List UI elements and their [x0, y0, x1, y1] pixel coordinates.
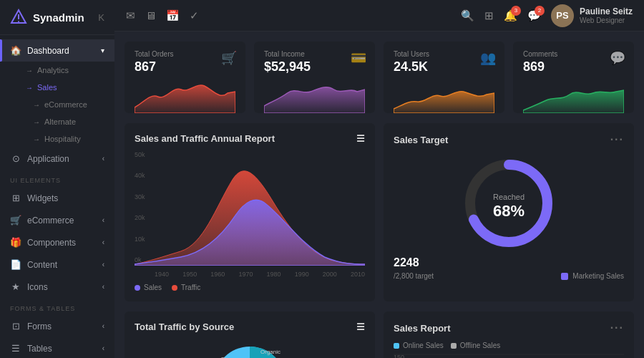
sidebar: Synadmin K 🏠 Dashboard ▾ Analytics Sales… [0, 0, 114, 358]
svg-text:68%: 68% [493, 202, 525, 220]
user-info[interactable]: PS Pauline Seitz Web Designer [551, 4, 633, 27]
svg-point-2 [18, 21, 19, 22]
home-icon: 🏠 [10, 45, 21, 56]
chevron-down-icon: ▾ [101, 47, 104, 54]
sidebar-item-label: Icons [27, 282, 48, 292]
more-options-button[interactable]: ··· [610, 321, 624, 334]
annual-report-title: Sales and Traffic Annual Report ☰ [135, 133, 365, 144]
offline-sales-dot [451, 343, 457, 349]
orders-icon: 🛒 [221, 50, 237, 66]
check-icon[interactable]: ✓ [190, 9, 199, 22]
stat-label: Total Users [394, 50, 494, 58]
sales-report-title: Sales Report ··· [394, 321, 624, 334]
sales-report-legend: Online Sales Offline Sales [394, 342, 624, 349]
legend-sales: Sales [135, 284, 162, 291]
income-icon: 💳 [351, 50, 366, 66]
sidebar-item-tables[interactable]: ☰ Tables ‹ [0, 337, 114, 358]
menu-icon[interactable]: ☰ [356, 321, 365, 332]
stat-label: Total Orders [135, 50, 235, 58]
sidebar-item-label: eCommerce [27, 216, 74, 226]
donut-chart-wrap: Reached 68% [394, 153, 624, 253]
x-axis-labels: 19401950196019701980199020002010 [135, 268, 365, 278]
stat-card-comments: Comments 869 💬 [513, 42, 634, 113]
stat-label: Comments [523, 50, 624, 58]
stat-cards: Total Orders 867 🛒 Total Income $52,945 … [125, 42, 634, 113]
sidebar-item-ecommerce[interactable]: 🛒 eCommerce ‹ [0, 209, 114, 231]
user-role: Web Designer [580, 16, 633, 24]
topbar-nav-icons: ✉ 🖥 📅 ✓ [126, 9, 199, 22]
collapse-button[interactable]: K [98, 12, 104, 23]
widgets-icon: ⊞ [10, 193, 21, 203]
sidebar-item-widgets[interactable]: ⊞ Widgets [0, 187, 114, 209]
sidebar-item-ecommerce-sub[interactable]: eCommerce [0, 96, 114, 113]
menu-icon[interactable]: ☰ [356, 133, 365, 144]
sidebar-item-components[interactable]: 🎁 Components ‹ [0, 231, 114, 253]
notifications-badge: 3 [511, 6, 521, 16]
sidebar-item-label: Widgets [27, 193, 58, 203]
sidebar-item-application[interactable]: ⊙ Application ‹ [0, 147, 114, 170]
ecommerce-icon: 🛒 [10, 215, 21, 226]
search-icon[interactable]: 🔍 [461, 9, 474, 22]
legend-traffic: Traffic [172, 284, 200, 291]
sales-target-legend: Marketing Sales [561, 269, 624, 280]
users-icon: 👥 [480, 50, 496, 66]
stat-card-orders: Total Orders 867 🛒 [125, 42, 245, 113]
tables-icon: ☰ [10, 343, 21, 354]
calendar-icon[interactable]: 📅 [166, 9, 180, 22]
sidebar-item-analytics[interactable]: Analytics [0, 62, 114, 79]
messages-icon[interactable]: 💬 2 [527, 9, 541, 22]
sidebar-item-label: Tables [27, 344, 52, 354]
chevron-left-icon: ‹ [102, 344, 104, 352]
sidebar-item-sales[interactable]: Sales [0, 79, 114, 96]
user-details: Pauline Seitz Web Designer [580, 6, 633, 24]
grid-icon[interactable]: ⊞ [484, 9, 494, 22]
chevron-left-icon: ‹ [102, 155, 104, 163]
traffic-source-card: Total Traffic by Source ☰ Bing Organic [125, 311, 375, 358]
chevron-left-icon: ‹ [102, 216, 104, 224]
comments-icon: 💬 [610, 50, 625, 66]
chevron-left-icon: ‹ [102, 238, 104, 246]
sidebar-item-label: Application [27, 154, 69, 164]
content-icon: 📄 [10, 259, 21, 270]
income-mini-chart [264, 79, 365, 113]
sidebar-item-forms[interactable]: ⊡ Forms ‹ [0, 315, 114, 337]
main-content: ✉ 🖥 📅 ✓ 🔍 ⊞ 🔔 3 💬 2 PS Paul [114, 0, 644, 358]
chevron-left-icon: ‹ [102, 322, 104, 330]
sidebar-item-hospitality[interactable]: Hospitality [0, 130, 114, 147]
content-area: Total Orders 867 🛒 Total Income $52,945 … [114, 32, 644, 358]
stat-value: 869 [523, 59, 624, 74]
icons-icon: ★ [10, 281, 21, 292]
sidebar-logo: Synadmin K [0, 0, 114, 35]
target-value: 2248 [394, 256, 434, 269]
sidebar-item-dashboard[interactable]: 🏠 Dashboard ▾ [0, 39, 114, 62]
traffic-legend-dot [172, 285, 177, 291]
target-stats: 2248 /2,800 target [394, 256, 434, 280]
online-sales-legend: Online Sales [394, 342, 444, 349]
monitor-icon[interactable]: 🖥 [145, 9, 156, 21]
more-options-button[interactable]: ··· [610, 133, 624, 146]
sidebar-item-alternate[interactable]: Alternate [0, 113, 114, 130]
app-name: Synadmin [33, 11, 84, 24]
sales-report-svg [394, 354, 624, 358]
chevron-left-icon: ‹ [102, 283, 104, 291]
y-axis-start: 150 [394, 354, 404, 358]
y-axis-labels: 50k40k30k20k10k0k [135, 151, 155, 263]
sidebar-item-label: Dashboard [27, 46, 69, 56]
application-icon: ⊙ [10, 153, 21, 164]
stat-card-users: Total Users 24.5K 👥 [384, 42, 504, 113]
traffic-source-chart: Bing Organic [135, 339, 365, 358]
annual-report-card: Sales and Traffic Annual Report ☰ 50k40k… [125, 123, 375, 301]
chevron-left-icon: ‹ [102, 261, 104, 268]
sales-report-chart: 150 [394, 354, 624, 358]
stat-label: Total Income [264, 50, 365, 58]
stat-card-income: Total Income $52,945 💳 [254, 42, 375, 113]
stat-value: $52,945 [264, 59, 365, 74]
sidebar-item-label: Content [27, 260, 57, 270]
sidebar-item-content[interactable]: 📄 Content ‹ [0, 253, 114, 276]
donut-chart-svg: Reached 68% [459, 153, 559, 253]
notifications-icon[interactable]: 🔔 3 [504, 9, 517, 22]
mail-icon[interactable]: ✉ [126, 9, 135, 22]
pie-chart-svg: Bing Organic [207, 339, 293, 358]
sidebar-item-icons[interactable]: ★ Icons ‹ [0, 276, 114, 298]
orders-mini-chart [135, 79, 235, 113]
